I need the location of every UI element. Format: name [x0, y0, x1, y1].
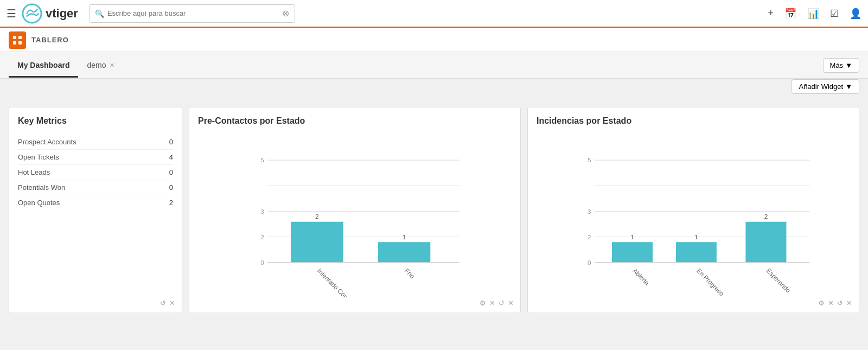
search-icon: 🔍 — [95, 9, 104, 18]
gear-icon[interactable]: ⚙ — [480, 299, 486, 307]
svg-rect-2 — [18, 36, 22, 39]
top-navigation: ☰ vtiger 🔍 ⊗ + 📅 📊 ☑ 👤 — [0, 0, 868, 28]
svg-text:5: 5 — [260, 156, 264, 163]
gear-icon[interactable]: ⚙ — [818, 299, 825, 307]
key-metrics-title: Key Metrics — [18, 116, 173, 126]
metric-value: 0 — [169, 168, 173, 176]
svg-text:1: 1 — [630, 233, 634, 240]
key-metrics-footer: ↺ ✕ — [160, 299, 175, 307]
widget-incidencias: Incidencias por Estado 0 2 3 5 1 1 — [527, 107, 859, 313]
metric-label: Potentials Won — [18, 183, 65, 192]
svg-text:Esperando: Esperando — [765, 267, 793, 294]
nav-right-icons: + 📅 📊 ☑ 👤 — [768, 8, 861, 20]
add-widget-bar: Añadir Widget ▼ — [0, 79, 868, 98]
refresh-icon[interactable]: ↺ — [499, 299, 505, 307]
tablero-icon — [9, 31, 26, 49]
svg-rect-3 — [13, 41, 16, 44]
metric-label: Open Tickets — [18, 153, 59, 161]
add-widget-button[interactable]: Añadir Widget ▼ — [792, 79, 859, 94]
svg-text:2: 2 — [764, 213, 768, 220]
mas-label: Más — [830, 61, 844, 69]
search-bar[interactable]: 🔍 ⊗ — [89, 4, 295, 23]
logo-icon — [22, 3, 42, 24]
svg-text:Abierta: Abierta — [631, 267, 651, 287]
svg-text:2: 2 — [588, 233, 591, 240]
metrics-list: Prospect Accounts 0 Open Tickets 4 Hot L… — [18, 135, 173, 210]
refresh-icon[interactable]: ↺ — [160, 299, 166, 307]
user-icon[interactable]: 👤 — [850, 8, 861, 20]
bar-en-progreso — [676, 242, 717, 263]
add-widget-arrow-icon: ▼ — [845, 82, 852, 91]
svg-text:2: 2 — [260, 233, 264, 240]
tab-demo[interactable]: demo ✕ — [78, 54, 123, 76]
add-widget-label: Añadir Widget — [799, 82, 843, 91]
metric-value: 0 — [169, 138, 173, 146]
list-item: Open Tickets 4 — [18, 150, 173, 165]
svg-text:1: 1 — [694, 233, 698, 240]
svg-text:2: 2 — [315, 213, 319, 220]
metric-label: Hot Leads — [18, 168, 50, 176]
chart-bar-icon[interactable]: 📊 — [807, 8, 819, 20]
svg-text:En Progreso: En Progreso — [695, 267, 726, 297]
metric-value: 2 — [169, 199, 173, 207]
calendar-icon[interactable]: 📅 — [784, 8, 796, 20]
hamburger-menu[interactable]: ☰ — [7, 7, 16, 20]
mas-button[interactable]: Más ▼ — [823, 58, 859, 73]
list-item: Hot Leads 0 — [18, 165, 173, 180]
incidencias-svg: 0 2 3 5 1 1 2 Abierta En Progreso Espera… — [537, 135, 850, 297]
tab-my-dashboard-label: My Dashboard — [17, 61, 69, 69]
svg-rect-1 — [13, 36, 16, 39]
page-title: TABLERO — [31, 36, 69, 44]
tab-demo-close[interactable]: ✕ — [110, 62, 114, 69]
svg-text:1: 1 — [403, 233, 406, 240]
sub-header: TABLERO — [0, 28, 868, 52]
tab-demo-label: demo — [87, 61, 106, 69]
incidencias-footer: ⚙ ✕ ↺ ✕ — [818, 299, 852, 307]
svg-text:3: 3 — [260, 208, 264, 215]
incidencias-chart: 0 2 3 5 1 1 2 Abierta En Progreso Espera… — [537, 135, 850, 297]
widget-pre-contactos: Pre-Contactos por Estado 0 2 3 5 2 — [189, 107, 521, 313]
metric-label: Open Quotes — [18, 199, 60, 207]
bar-abierta — [612, 242, 653, 263]
fullscreen-icon[interactable]: ✕ — [489, 299, 495, 307]
list-item: Potentials Won 0 — [18, 180, 173, 195]
search-input[interactable] — [107, 9, 282, 17]
svg-text:Frio: Frio — [404, 267, 417, 280]
bar-frio — [378, 242, 430, 263]
pre-contactos-chart: 0 2 3 5 2 1 Intentado Contactar Frio — [198, 135, 512, 297]
metric-label: Prospect Accounts — [18, 138, 76, 146]
svg-text:0: 0 — [260, 259, 264, 266]
fullscreen-icon[interactable]: ✕ — [828, 299, 834, 307]
svg-text:0: 0 — [588, 259, 591, 266]
incidencias-title: Incidencias por Estado — [537, 116, 850, 126]
refresh-icon[interactable]: ↺ — [837, 299, 843, 307]
pre-contactos-svg: 0 2 3 5 2 1 Intentado Contactar Frio — [198, 135, 512, 297]
tab-right-buttons: Más ▼ — [823, 58, 859, 73]
list-item: Prospect Accounts 0 — [18, 135, 173, 150]
pre-contactos-title: Pre-Contactos por Estado — [198, 116, 512, 126]
metric-value: 4 — [169, 153, 173, 161]
logo-text: vtiger — [46, 7, 78, 21]
tab-my-dashboard[interactable]: My Dashboard — [9, 54, 78, 78]
search-clear-icon[interactable]: ⊗ — [282, 8, 289, 18]
mas-arrow-icon: ▼ — [845, 61, 852, 69]
close-icon[interactable]: ✕ — [169, 299, 175, 307]
widget-key-metrics: Key Metrics Prospect Accounts 0 Open Tic… — [9, 107, 182, 313]
bar-intentado-contactar — [291, 222, 343, 263]
close-icon[interactable]: ✕ — [508, 299, 514, 307]
svg-rect-4 — [18, 41, 22, 44]
pre-contactos-footer: ⚙ ✕ ↺ ✕ — [480, 299, 514, 307]
dashboard-tabs: My Dashboard demo ✕ Más ▼ — [0, 52, 868, 79]
svg-text:3: 3 — [588, 208, 591, 215]
dashboard-content: Key Metrics Prospect Accounts 0 Open Tic… — [0, 98, 868, 322]
bar-esperando — [745, 222, 786, 263]
svg-text:Intentado Contactar: Intentado Contactar — [316, 267, 361, 297]
list-item: Open Quotes 2 — [18, 195, 173, 210]
logo: vtiger — [22, 3, 78, 24]
close-icon[interactable]: ✕ — [846, 299, 852, 307]
checkmark-icon[interactable]: ☑ — [830, 8, 839, 20]
svg-text:5: 5 — [588, 156, 591, 163]
metric-value: 0 — [169, 183, 173, 192]
add-icon[interactable]: + — [768, 8, 774, 19]
